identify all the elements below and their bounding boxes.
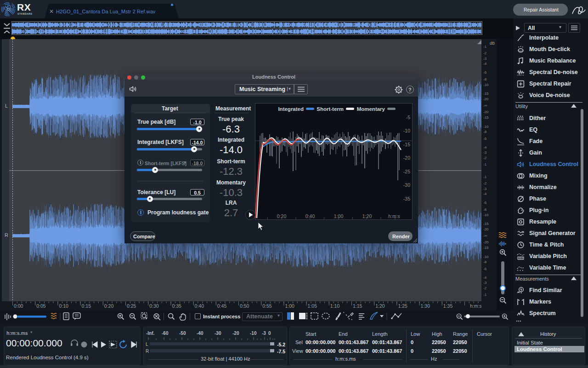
svg-text:-10: -10 xyxy=(483,83,489,87)
svg-text:-10: -10 xyxy=(483,213,489,217)
svg-text:0:00: 0:00 xyxy=(14,303,23,309)
svg-text:1:30: 1:30 xyxy=(421,303,430,309)
svg-text:-5: -5 xyxy=(406,115,410,120)
svg-text:1:25: 1:25 xyxy=(398,303,407,309)
svg-text:-4: -4 xyxy=(483,145,487,150)
svg-text:1:10: 1:10 xyxy=(330,303,340,309)
svg-text:-8: -8 xyxy=(483,130,487,134)
svg-text:-8: -8 xyxy=(483,207,487,212)
svg-text:-4: -4 xyxy=(483,62,487,66)
svg-text:1:35: 1:35 xyxy=(443,303,453,309)
svg-text:-10: -10 xyxy=(483,255,489,259)
svg-text:-1: -1 xyxy=(483,162,487,167)
svg-text:-15: -15 xyxy=(403,142,410,147)
svg-text:0:05: 0:05 xyxy=(36,303,46,309)
svg-text:0:40: 0:40 xyxy=(305,213,315,219)
svg-text:-3: -3 xyxy=(483,150,487,155)
svg-text:0:20: 0:20 xyxy=(277,213,287,219)
svg-text:0:30: 0:30 xyxy=(149,303,159,309)
svg-text:-20: -20 xyxy=(483,240,489,244)
svg-text:Short-term: Short-term xyxy=(317,106,344,112)
svg-text:1:15: 1:15 xyxy=(353,303,362,309)
svg-text:-20: -20 xyxy=(483,227,489,231)
svg-text:0:45: 0:45 xyxy=(217,303,227,309)
svg-text:-15: -15 xyxy=(483,115,489,120)
svg-text:-20: -20 xyxy=(483,110,489,114)
svg-text:1:05: 1:05 xyxy=(308,303,317,309)
svg-text:0:50: 0:50 xyxy=(240,303,249,309)
svg-text:Momentary: Momentary xyxy=(357,106,385,112)
svg-text:-1: -1 xyxy=(483,45,487,49)
svg-text:-15: -15 xyxy=(483,246,489,250)
svg-text:0:25: 0:25 xyxy=(127,303,136,309)
svg-text:0:10: 0:10 xyxy=(59,303,68,309)
svg-text:-∞: -∞ xyxy=(483,234,487,238)
svg-text:1:20: 1:20 xyxy=(375,303,385,309)
svg-text:-3: -3 xyxy=(483,57,487,61)
svg-text:-2: -2 xyxy=(483,286,487,290)
svg-text:h:m:s: h:m:s xyxy=(388,213,400,219)
svg-text:-4: -4 xyxy=(483,276,487,280)
svg-text:0:20: 0:20 xyxy=(104,303,114,309)
svg-text:-10: -10 xyxy=(403,128,410,133)
svg-text:-2: -2 xyxy=(483,156,487,160)
svg-text:-6: -6 xyxy=(483,70,487,75)
svg-text:0:15: 0:15 xyxy=(82,303,91,309)
svg-text:-30: -30 xyxy=(403,182,410,188)
svg-text:-15: -15 xyxy=(483,222,489,226)
svg-text:-∞: -∞ xyxy=(483,104,487,108)
svg-text:-35: -35 xyxy=(403,196,410,201)
svg-text:-1: -1 xyxy=(483,175,487,179)
svg-text:dB: dB xyxy=(490,41,495,46)
svg-text:1:20: 1:20 xyxy=(362,213,372,219)
svg-text:-15: -15 xyxy=(483,92,489,96)
svg-text:0:40: 0:40 xyxy=(195,303,204,309)
svg-text:-2: -2 xyxy=(483,181,487,185)
svg-text:0:35: 0:35 xyxy=(172,303,181,309)
svg-text:h:m:s: h:m:s xyxy=(470,303,482,309)
svg-text:-6: -6 xyxy=(483,201,487,205)
svg-text:-8: -8 xyxy=(483,260,487,264)
svg-text:-25: -25 xyxy=(403,169,410,174)
svg-text:0:55: 0:55 xyxy=(262,303,272,309)
svg-text:-3: -3 xyxy=(483,281,487,285)
svg-text:1:00: 1:00 xyxy=(334,213,344,219)
svg-text:-20: -20 xyxy=(403,155,410,161)
svg-text:Integrated: Integrated xyxy=(278,106,304,112)
svg-text:-10: -10 xyxy=(483,125,489,129)
svg-text:-20: -20 xyxy=(483,97,489,101)
svg-text:-1: -1 xyxy=(483,293,487,297)
svg-text:-4: -4 xyxy=(483,192,487,196)
svg-text:-2: -2 xyxy=(483,51,487,55)
svg-text:-6: -6 xyxy=(483,137,487,141)
svg-text:1:00: 1:00 xyxy=(285,303,294,309)
svg-text:-8: -8 xyxy=(483,77,487,81)
svg-text:-6: -6 xyxy=(483,267,487,271)
svg-text:-3: -3 xyxy=(483,187,487,191)
